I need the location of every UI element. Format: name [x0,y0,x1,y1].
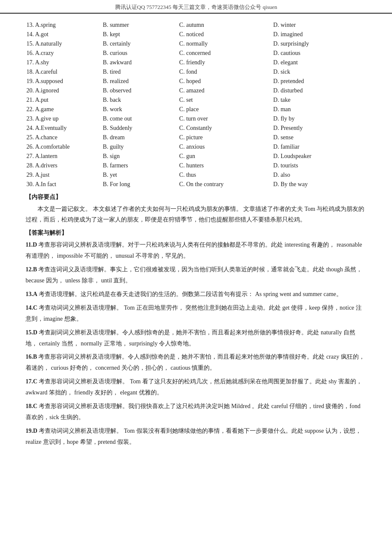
mcq-row-26: 26. A.comfortable B. guilty C. anxious D… [26,142,366,152]
mcq-d: D. take [272,95,366,105]
mcq-num: 13. A.spring [26,20,102,30]
mcq-b: B. come out [102,114,178,124]
mcq-c: C. concerned [179,49,273,58]
mcq-num: 18. A.careful [26,67,102,77]
answer-18: 18.C 考查形容词词义辨析及语境理解。我们很快喜欢上了这只松鸡并决定叫她 Mi… [26,401,366,423]
mcq-d: D. also [272,170,366,180]
mcq-b: B. curious [102,49,178,58]
mcq-d: D. sense [272,133,366,142]
mcq-num: 21. A.put [26,95,102,105]
mcq-b: B. observed [102,86,178,95]
mcq-num: 24. A.Eventually [26,124,102,133]
mcq-d: D. surprisingly [272,39,366,49]
mcq-row-14: 14. A.got B. kept C. noticed D. imagined [26,30,366,39]
section-answer-title: 【答案与解析】 [26,229,366,237]
mcq-row-30: 30. A.In fact B. For long C. On the cont… [26,180,366,189]
mcq-row-21: 21. A.put B. back C. set D. take [26,95,366,105]
mcq-b: B. summer [102,20,178,30]
mcq-d: D. tourists [272,161,366,170]
mcq-row-20: 20. A.ignored B. observed C. amazed D. d… [26,86,366,95]
mcq-num: 23. A.give up [26,114,102,124]
mcq-d: D. fly by [272,114,366,124]
mcq-row-19: 19. A.supposed B. realized C. hoped D. p… [26,77,366,86]
section-content-title: 【内容要点】 [26,193,366,201]
mcq-b: B. guilty [102,142,178,152]
mcq-b: B. tired [102,67,178,77]
mcq-row-17: 17. A.shy B. awkward C. friendly D. eleg… [26,58,366,67]
mcq-c: C. noticed [179,30,273,39]
mcq-num: 20. A.ignored [26,86,102,95]
mcq-b: B. farmers [102,161,178,170]
mcq-b: B. For long [102,180,178,189]
mcq-num: 26. A.comfortable [26,142,102,152]
mcq-row-13: 13. A.spring B. summer C. autumn D. wint… [26,20,366,30]
mcq-c: C. place [179,105,273,114]
header: 腾讯认证QQ 757722345 每天三篇文章，奇速英语微信公众号 qisuen [0,0,392,14]
mcq-row-25: 25. A.chance B. dream C. picture D. sens… [26,133,366,142]
mcq-c: C. autumn [179,20,273,30]
mcq-d: D. elegant [272,58,366,67]
mcq-row-28: 28. A.drivers B. farmers C. hunters D. t… [26,161,366,170]
mcq-b: B. realized [102,77,178,86]
mcq-num: 17. A.shy [26,58,102,67]
mcq-c: C. normally [179,39,273,49]
mcq-row-15: 15. A.naturally B. certainly C. normally… [26,39,366,49]
mcq-row-22: 22. A.game B. work C. place D. man [26,105,366,114]
mcq-num: 28. A.drivers [26,161,102,170]
answer-17: 17.C 考查形容词词义辨析及语境理解。 Tom 看了这只友好的松鸡几次，然后她… [26,376,366,398]
mcq-c: C. picture [179,133,273,142]
main-content: 13. A.spring B. summer C. autumn D. wint… [0,17,392,459]
answer-14: 14.C 考查动词词义辨析及语境理解。 Tom 正在田地里劳作， 突然他注意到她… [26,302,366,325]
answer-12: 12.B 考查连词词义及语境理解。事实上，它们很难被发现，因为当他们听到人类靠近… [26,264,366,286]
mcq-d: D. Presently [272,124,366,133]
mcq-c: C. gun [179,152,273,161]
mcq-b: B. sign [102,152,178,161]
mcq-c: C. amazed [179,86,273,95]
mcq-b: B. certainly [102,39,178,49]
answer-15: 15.D 考查副词词义辨析及语境理解。令人感到惊奇的是，她并不害怕，而且看起来对… [26,327,366,349]
mcq-num: 14. A.got [26,30,102,39]
mcq-num: 30. A.In fact [26,180,102,189]
mcq-num: 19. A.supposed [26,77,102,86]
mcq-b: B. back [102,95,178,105]
mcq-b: B. dream [102,133,178,142]
mcq-b: B. kept [102,30,178,39]
mcq-d: D. pretended [272,77,366,86]
answers-block: 11.D 考查形容词词义辨析及语境理解。对于一只松鸡来说与人类有任何的接触都是不… [26,239,366,447]
mcq-c: C. fond [179,67,273,77]
mcq-c: C. thus [179,170,273,180]
mcq-b: B. Suddenly [102,124,178,133]
mcq-b: B. yet [102,170,178,180]
mcq-row-16: 16. A.crazy B. curious C. concerned D. c… [26,49,366,58]
mcq-num: 15. A.naturally [26,39,102,49]
mcq-c: C. turn over [179,114,273,124]
answer-11: 11.D 考查形容词词义辨析及语境理解。对于一只松鸡来说与人类有任何的接触都是不… [26,239,366,262]
mcq-row-24: 24. A.Eventually B. Suddenly C. Constant… [26,124,366,133]
mcq-c: C. set [179,95,273,105]
mcq-table: 13. A.spring B. summer C. autumn D. wint… [26,20,366,189]
mcq-b: B. awkward [102,58,178,67]
mcq-num: 22. A.game [26,105,102,114]
answer-19: 19.D 考查动词词义辨析及语境理解。 Tom 假装没有看到她继续做他的事情，看… [26,426,366,448]
mcq-c: C. hoped [179,77,273,86]
mcq-c: C. hunters [179,161,273,170]
content-paragraph: 本文是一篇记叙文。 本文叙述了作者的丈夫如何与一只松鸡成为朋友的事情。 文章描述… [26,204,366,225]
mcq-d: D. imagined [272,30,366,39]
mcq-num: 16. A.crazy [26,49,102,58]
mcq-d: D. cautious [272,49,366,58]
mcq-d: D. disturbed [272,86,366,95]
mcq-c: C. anxious [179,142,273,152]
mcq-d: D. winter [272,20,366,30]
mcq-num: 29. A.just [26,170,102,180]
mcq-c: C. Constantly [179,124,273,133]
mcq-c: C. friendly [179,58,273,67]
mcq-b: B. work [102,105,178,114]
mcq-d: D. sick [272,67,366,77]
mcq-row-27: 27. A.lantern B. sign C. gun D. Loudspea… [26,152,366,161]
mcq-num: 25. A.chance [26,133,102,142]
mcq-num: 27. A.lantern [26,152,102,161]
answer-16: 16.B 考查形容词词义辨析及语境理解。令人感到惊奇的是，她并不害怕，而且看起来… [26,351,366,374]
mcq-row-23: 23. A.give up B. come out C. turn over D… [26,114,366,124]
answer-13: 13.A 考查语境理解。这只松鸡是在春天走进我们的生活的。倒数第二段话首句有提示… [26,289,366,300]
mcq-c: C. On the contrary [179,180,273,189]
